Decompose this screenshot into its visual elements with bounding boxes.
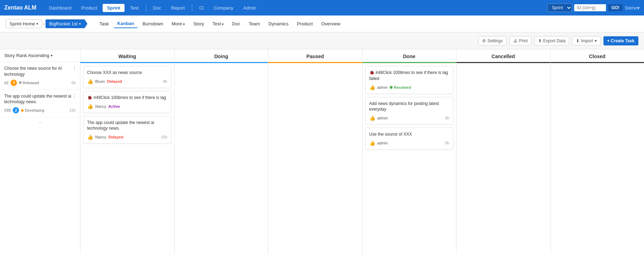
subnav-task[interactable]: Task <box>96 20 113 28</box>
kanban-col-closed: Closed <box>551 49 644 254</box>
task-title-waiting-3: The app could update the newest ai techn… <box>87 120 168 132</box>
nav-doc[interactable]: Doc <box>149 4 165 12</box>
task-meta-done-1: 👍 admin Resolved <box>369 85 450 90</box>
top-nav-items: Dashboard Product Sprint Test Doc Report… <box>45 4 547 12</box>
subnav-overview[interactable]: Overview <box>318 20 344 28</box>
nav-admin[interactable]: Admin <box>239 4 261 12</box>
nav-product[interactable]: Product <box>77 4 102 12</box>
brand-logo: Zentao ALM <box>4 5 36 11</box>
col-title-waiting: Waiting <box>119 54 136 59</box>
status-dot-developing <box>21 109 24 112</box>
subnav-dynamics[interactable]: Dynamics <box>265 20 292 28</box>
task-meta-waiting-3: 👍 Nancy Delayed 15h <box>87 134 168 140</box>
task-status-waiting-1: Delayed <box>107 79 122 83</box>
story-menu-icon-1[interactable]: ⋮ <box>72 65 77 72</box>
task-card-waiting-1: Choose XXX as news source 👍 Blues Delaye… <box>83 66 171 88</box>
settings-button[interactable]: ⚙ Settings <box>478 36 506 45</box>
col-content-done: 🐞 #48Click 100times to see if there is l… <box>363 63 456 254</box>
story-meta-1: #2 3 Released 0h <box>4 80 76 86</box>
breadcrumb-sprint-home[interactable]: Sprint Home ▾ <box>6 19 42 28</box>
top-nav: Zentao ALM Dashboard Product Sprint Test… <box>0 0 644 16</box>
sub-nav-items: Task Kanban Burndown More Story Test Doc… <box>96 19 638 28</box>
story-card-1: ⋮ Choose the news source for AI technolo… <box>0 62 80 90</box>
story-status-label-2: Developing <box>25 108 44 112</box>
kanban-columns: Waiting Choose XXX as news source 👍 Blue… <box>80 49 644 254</box>
status-dot-released <box>19 81 22 84</box>
subnav-burndown[interactable]: Burndown <box>139 20 167 28</box>
task-status-waiting-2: Active <box>108 104 120 109</box>
sort-dropdown[interactable]: Story Rank Ascending ▾ <box>4 53 53 58</box>
subnav-story[interactable]: Story <box>190 20 207 28</box>
breadcrumb-bigrocket-label: BigRocket 1st <box>49 21 78 26</box>
col-header-cancelled: Cancelled <box>456 49 550 63</box>
task-hours-waiting-1: 8h <box>163 79 167 83</box>
task-card-done-2: Add news dynamics for posting latest eve… <box>365 97 454 125</box>
breadcrumb-separator: › <box>43 21 44 27</box>
nav-report[interactable]: Report <box>167 4 189 12</box>
export-icon: ⬆ <box>538 38 542 43</box>
col-content-cancelled <box>456 63 550 254</box>
bug-icon-2: 🐞 <box>369 70 375 75</box>
kanban-col-cancelled: Cancelled <box>456 49 551 254</box>
resolved-dot <box>390 86 393 89</box>
story-menu-icon-2[interactable]: ⋮ <box>72 93 77 99</box>
task-meta-waiting-1: 👍 Blues Delayed 8h <box>87 79 168 84</box>
task-user-3: Nancy <box>95 135 106 139</box>
print-button[interactable]: 🖨 Print <box>509 36 531 45</box>
export-button[interactable]: ⬆ Export Data <box>534 36 569 45</box>
task-user-4: admin <box>377 85 388 89</box>
sprint-select[interactable]: Sprint <box>547 4 572 12</box>
task-meta-waiting-2: 👍 Nancy Active <box>87 104 168 109</box>
create-task-button[interactable]: + Create Task <box>603 36 639 45</box>
task-meta-done-2: 👍 admin 0h <box>369 115 450 121</box>
settings-label: Settings <box>487 38 503 43</box>
user-menu[interactable]: Demo▾ <box>625 5 640 11</box>
col-content-doing <box>175 63 268 254</box>
subnav-doc[interactable]: Doc <box>229 20 244 28</box>
sub-nav: Sprint Home ▾ › BigRocket 1st ▾ Task Kan… <box>0 16 644 32</box>
story-id-2: #39 <box>4 108 11 112</box>
user-icon-6: 👍 <box>369 140 375 146</box>
left-panel: Story Rank Ascending ▾ ⋮ Choose the news… <box>0 49 80 254</box>
nav-ci[interactable]: CI <box>195 4 208 12</box>
user-icon-4: 👍 <box>369 85 375 90</box>
story-status-label-1: Released <box>23 81 39 85</box>
user-icon-1: 👍 <box>87 79 93 84</box>
story-priority-1: 3 <box>11 80 17 86</box>
subnav-test[interactable]: Test <box>209 20 227 28</box>
id-input[interactable] <box>574 4 606 11</box>
bug-icon-1: 🐞 <box>87 95 92 100</box>
nav-test[interactable]: Test <box>126 4 143 12</box>
col-header-paused: Paused <box>268 49 362 63</box>
col-header-doing: Doing <box>175 49 268 63</box>
user-icon-3: 👍 <box>87 134 93 140</box>
top-nav-right: Sprint GO! Demo▾ <box>547 4 640 12</box>
task-title-done-2: Add news dynamics for posting latest eve… <box>369 101 450 113</box>
task-status-waiting-3: Delayed <box>108 135 123 139</box>
breadcrumb-bigrocket[interactable]: BigRocket 1st ▾ <box>45 19 87 28</box>
import-button[interactable]: ⬇ Import ▾ <box>572 36 600 45</box>
story-priority-2: 2 <box>13 107 19 113</box>
nav-sprint[interactable]: Sprint <box>103 4 124 12</box>
create-task-label: + Create Task <box>607 38 635 43</box>
subnav-team[interactable]: Team <box>245 20 263 28</box>
kanban-col-done: Done 🐞 #48Click 100times to see if there… <box>363 49 457 254</box>
gear-icon: ⚙ <box>482 38 486 43</box>
nav-divider-2 <box>192 4 192 11</box>
story-title-1: Choose the news source for AI technology <box>4 66 76 78</box>
kanban-col-paused: Paused <box>268 49 363 254</box>
go-button[interactable]: GO! <box>608 4 623 11</box>
subnav-product[interactable]: Product <box>293 20 316 28</box>
chevron-down-icon-2: ▾ <box>79 22 81 26</box>
nav-dashboard[interactable]: Dashboard <box>45 4 76 12</box>
task-hours-waiting-3: 15h <box>161 135 167 139</box>
task-meta-done-3: 👍 admin 0h <box>369 140 450 146</box>
subnav-more[interactable]: More <box>168 20 188 28</box>
more-stories-indicator: • <box>0 117 80 128</box>
story-title-2: The app could update the newest ai techn… <box>4 93 76 105</box>
story-hours-1: 0h <box>72 81 76 85</box>
task-card-waiting-3: The app could update the newest ai techn… <box>83 116 171 144</box>
chevron-down-icon: ▾ <box>36 22 38 26</box>
nav-company[interactable]: Company <box>209 4 238 12</box>
subnav-kanban[interactable]: Kanban <box>114 19 138 28</box>
